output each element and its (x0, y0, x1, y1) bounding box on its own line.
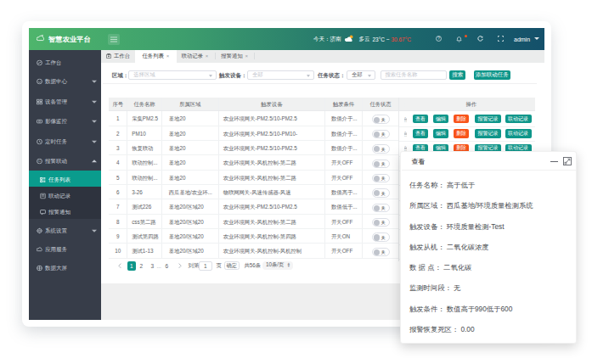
svg-text:C: C (38, 160, 41, 164)
svg-text:?: ? (437, 36, 440, 41)
